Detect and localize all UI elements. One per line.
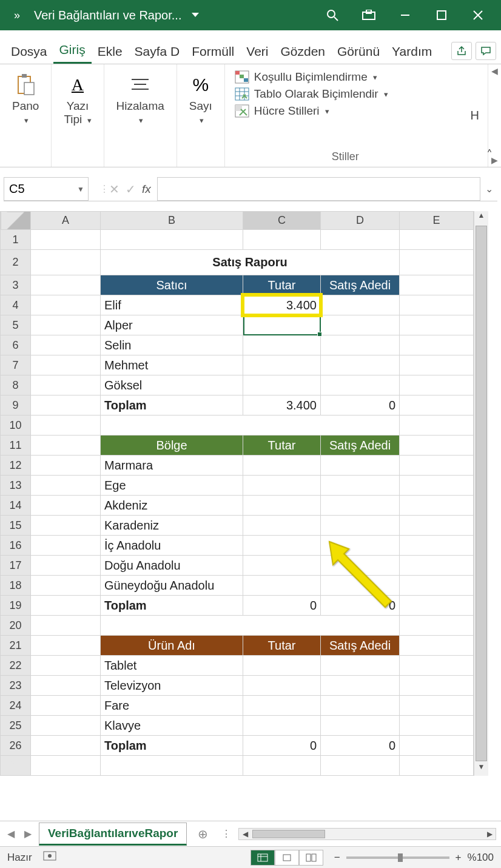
col-header-E[interactable]: E <box>400 212 474 230</box>
row-header[interactable]: 11 <box>1 436 31 456</box>
cancel-formula-icon[interactable]: ✕ <box>109 182 119 197</box>
view-page-layout-icon[interactable] <box>275 850 299 866</box>
cell-B24[interactable]: Fare <box>101 696 243 716</box>
cell-D8[interactable] <box>321 375 400 395</box>
cell-B23[interactable]: Televizyon <box>101 676 243 696</box>
cell-B9[interactable]: Toplam <box>101 395 243 415</box>
fx-icon[interactable]: fx <box>142 183 151 196</box>
conditional-formatting-button[interactable]: Koşullu Biçimlendirme ▾ <box>235 70 456 84</box>
cell-D5[interactable] <box>321 315 400 335</box>
row-header[interactable]: 8 <box>1 375 31 395</box>
zoom-level[interactable]: %100 <box>468 852 494 864</box>
cell-B13[interactable]: Ege <box>101 476 243 496</box>
cell-C6[interactable] <box>243 335 321 355</box>
cell-D7[interactable] <box>321 355 400 375</box>
alignment-button[interactable]: Hizalama▾ <box>114 70 167 129</box>
zoom-in-icon[interactable]: + <box>456 852 462 864</box>
cell-C5-selected[interactable] <box>243 315 321 335</box>
macro-record-icon[interactable] <box>43 851 56 864</box>
scroll-up-icon[interactable]: ▲ <box>474 211 488 224</box>
select-all-corner[interactable] <box>1 212 31 230</box>
horizontal-scrollbar[interactable]: ◀ ▶ <box>238 828 496 840</box>
name-box[interactable]: C5 ▼ <box>4 177 89 201</box>
row-header[interactable]: 19 <box>1 596 31 616</box>
sheet-more-icon[interactable]: ⋮ <box>219 828 234 839</box>
tab-ekle[interactable]: Ekle <box>92 41 129 64</box>
cell-C26[interactable]: 0 <box>243 736 321 756</box>
tab-gorunum[interactable]: Görünü <box>331 41 386 64</box>
minimize-button[interactable] <box>387 0 423 30</box>
row-header[interactable]: 1 <box>1 230 31 250</box>
cell-D6[interactable] <box>321 335 400 355</box>
cell-B12[interactable]: Marmara <box>101 456 243 476</box>
cell-B6[interactable]: Selin <box>101 335 243 355</box>
cell-B14[interactable]: Akdeniz <box>101 496 243 516</box>
format-as-table-button[interactable]: Tablo Olarak Biçimlendir ▾ <box>235 87 456 101</box>
cell-D4[interactable] <box>321 295 400 315</box>
row-header[interactable]: 7 <box>1 355 31 375</box>
accept-formula-icon[interactable]: ✓ <box>126 182 136 197</box>
row-header[interactable]: 18 <box>1 576 31 596</box>
tab-sayfa-duzeni[interactable]: Sayfa D <box>129 41 186 64</box>
maximize-button[interactable] <box>423 0 460 30</box>
number-button[interactable]: % Sayı▾ <box>187 70 215 129</box>
comments-icon[interactable] <box>476 42 496 60</box>
row-header[interactable]: 10 <box>1 415 31 436</box>
row-header[interactable]: 9 <box>1 395 31 415</box>
sheet-tab-active[interactable]: VeriBağlantılarıveRapor <box>39 823 187 846</box>
row-header[interactable]: 17 <box>1 556 31 576</box>
ribbon-collapse-icon[interactable]: ˄ <box>486 147 493 162</box>
row-header[interactable]: 26 <box>1 736 31 756</box>
close-button[interactable] <box>460 0 496 30</box>
cell-B18[interactable]: Güneydoğu Anadolu <box>101 576 243 596</box>
quick-access-more-icon[interactable]: » <box>5 9 29 22</box>
col-header-B[interactable]: B <box>101 212 243 230</box>
row-header[interactable]: 23 <box>1 676 31 696</box>
col-header-C[interactable]: C <box>243 212 321 230</box>
hscroll-thumb[interactable] <box>252 830 325 838</box>
zoom-slider[interactable] <box>346 856 449 859</box>
vertical-scrollbar[interactable]: ▲ ▼ <box>474 211 488 776</box>
cell-B22[interactable]: Tablet <box>101 656 243 676</box>
cell-B17[interactable]: Doğu Anadolu <box>101 556 243 576</box>
name-box-dropdown-icon[interactable]: ▼ <box>77 185 84 193</box>
cell-C19[interactable]: 0 <box>243 596 321 616</box>
share-icon[interactable] <box>451 42 472 60</box>
row-header[interactable]: 25 <box>1 716 31 736</box>
row-header[interactable]: 6 <box>1 335 31 355</box>
cell-styles-button[interactable]: Hücre Stilleri ▾ <box>235 104 456 118</box>
tab-gozden-gecir[interactable]: Gözden <box>274 41 331 64</box>
cell-D26[interactable]: 0 <box>321 736 400 756</box>
row-header[interactable]: 14 <box>1 496 31 516</box>
view-page-break-icon[interactable] <box>299 850 323 866</box>
tab-yardim[interactable]: Yardım <box>386 41 438 64</box>
cell-B8[interactable]: Göksel <box>101 375 243 395</box>
spreadsheet-grid[interactable]: A B C D E 1 2Satış Raporu 3 Satıcı Tutar… <box>0 211 501 776</box>
hscroll-right-icon[interactable]: ▶ <box>483 830 496 838</box>
row-header[interactable]: 2 <box>1 250 31 275</box>
row-header[interactable]: 20 <box>1 616 31 636</box>
cell-B19[interactable]: Toplam <box>101 596 243 616</box>
cell-B15[interactable]: Karadeniz <box>101 516 243 536</box>
ribbon-scroll-left-icon[interactable]: ◀ <box>488 64 501 78</box>
cell-D9[interactable]: 0 <box>321 395 400 415</box>
cell-C7[interactable] <box>243 355 321 375</box>
scroll-down-icon[interactable]: ▼ <box>474 762 488 776</box>
cell-B4[interactable]: Elif <box>101 295 243 315</box>
ribbon-mode-icon[interactable] <box>351 0 387 30</box>
hscroll-left-icon[interactable]: ◀ <box>239 830 251 838</box>
row-header[interactable]: 4 <box>1 295 31 315</box>
cell-B26[interactable]: Toplam <box>101 736 243 756</box>
sheet-nav-prev-icon[interactable]: ◀ <box>5 828 17 839</box>
cell-C8[interactable] <box>243 375 321 395</box>
formula-input[interactable] <box>157 177 480 201</box>
row-header[interactable]: 24 <box>1 696 31 716</box>
zoom-out-icon[interactable]: − <box>334 852 340 864</box>
font-button[interactable]: A Yazı Tipi ▾ <box>61 70 93 129</box>
row-header[interactable]: 22 <box>1 656 31 676</box>
cell-B25[interactable]: Klavye <box>101 716 243 736</box>
cell-B16[interactable]: İç Anadolu <box>101 536 243 556</box>
row-header[interactable]: 21 <box>1 636 31 656</box>
tab-veri[interactable]: Veri <box>240 41 274 64</box>
cell-C4[interactable]: 3.400 <box>243 295 321 315</box>
